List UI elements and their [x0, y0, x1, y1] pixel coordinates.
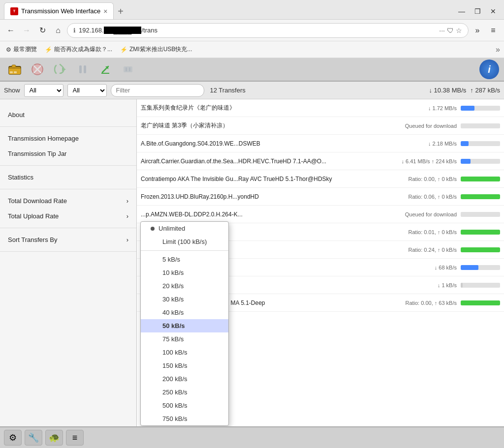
torrent-progress-bar [461, 106, 500, 111]
browser-more-button[interactable]: » [471, 24, 484, 37]
statistics-menu-item[interactable]: Statistics [0, 170, 136, 185]
torrent-progress-bar [461, 141, 500, 146]
homepage-menu-item[interactable]: Transmission Homepage [0, 131, 136, 146]
pause-button[interactable] [73, 60, 93, 78]
new-tab-button[interactable]: + [114, 4, 127, 19]
dropdown-item-label: Unlimited [158, 225, 185, 232]
resume-icon [53, 62, 67, 76]
forward-button[interactable]: → [20, 24, 33, 37]
torrent-bar-fill [461, 300, 500, 305]
tracker-filter-select[interactable]: All [67, 84, 107, 97]
about-menu-item[interactable]: About [0, 107, 136, 122]
dropdown-item-750[interactable]: 750 kB/s [141, 412, 228, 425]
torrent-progress-bar [461, 300, 500, 305]
bookmark-icon-0: ⚙ [6, 46, 11, 53]
window-controls: — ❐ ✕ [455, 5, 500, 19]
rates-section: Total Download Rate › Total Upload Rate … [0, 189, 136, 228]
torrent-status: Ratio: 0.00, ↑ 0 kB/s [409, 176, 461, 182]
minimize-button[interactable]: — [455, 5, 469, 17]
url-bar[interactable]: ℹ 192.168.████/trans ··· 🛡 ☆ [67, 23, 469, 38]
torrent-row[interactable]: Contratiempo AKA The Invisible Gu...Ray … [137, 170, 504, 188]
torrent-bar-fill [461, 177, 500, 181]
url-star-button[interactable]: ☆ [456, 27, 462, 34]
home-button[interactable]: ⌂ [51, 24, 65, 37]
svg-rect-12 [124, 66, 132, 72]
restore-button[interactable]: ❐ [471, 5, 484, 17]
dropdown-item-200[interactable]: 200 kB/s [141, 372, 228, 386]
ul-rate-menu-item[interactable]: Total Upload Rate › [0, 209, 136, 224]
turtle-button[interactable]: 🐢 [45, 430, 63, 446]
show-label: Show [4, 87, 20, 94]
refresh-button[interactable]: ↻ [35, 24, 49, 37]
bookmark-item-2[interactable]: ⚡ ZMI紫米推出USB快充... [118, 44, 194, 55]
tab-close-button[interactable]: × [103, 7, 107, 15]
dropdown-item-label: 20 kB/s [162, 282, 184, 290]
upload-rate: ↑ 287 kB/s [470, 87, 500, 94]
status-filter-select[interactable]: All [24, 84, 63, 97]
torrent-row[interactable]: A.Bite.of.Guangdong.S04.2019.WE...DSWEB↓… [137, 135, 504, 152]
torrent-row[interactable]: ...p.AMZN.WEB-DL.DDP2.0.H.264-K...Queued… [137, 206, 504, 223]
bookmark-label-1: 能否再次成為爆款？... [54, 45, 112, 54]
wrench-button[interactable]: 🔧 [25, 430, 42, 446]
torrent-bar-fill [461, 230, 500, 235]
torrent-row[interactable]: 五集系列美食纪录片《老广的味道》↓ 1.72 MB/s [137, 99, 504, 117]
back-button[interactable]: ← [4, 24, 18, 37]
dropdown-item-label: 100 kB/s [162, 349, 188, 356]
dl-rate-arrow: › [126, 197, 128, 205]
bookmark-item-1[interactable]: ⚡ 能否再次成為爆款？... [43, 44, 114, 55]
move-button[interactable] [95, 60, 115, 78]
transfer-count: 12 Transfers [210, 87, 246, 94]
torrent-progress-bar [461, 194, 500, 199]
resume-button[interactable] [50, 60, 70, 78]
dl-rate-menu-item[interactable]: Total Download Rate › [0, 193, 136, 209]
dropdown-item-label: 40 kB/s [162, 309, 184, 316]
dropdown-item-100[interactable]: 100 kB/s [141, 346, 228, 359]
torrent-status: ↓ 2.18 MB/s [428, 141, 461, 147]
info-button[interactable]: i [479, 60, 499, 79]
torrent-row[interactable]: Frozen.2013.UHD.BluRay.2160p.H...yondHDR… [137, 188, 504, 206]
dropdown-item-20[interactable]: 20 kB/s [141, 279, 228, 293]
torrent-row[interactable]: 老广的味道 第3季（小家清补凉）Queued for download [137, 117, 504, 135]
left-panel: About Transmission Homepage Transmission… [0, 99, 137, 426]
dropdown-item-10[interactable]: 10 kB/s [141, 266, 228, 279]
dropdown-item-40[interactable]: 40 kB/s [141, 306, 228, 319]
tip-jar-menu-item[interactable]: Transmission Tip Jar [0, 146, 136, 161]
url-more-button[interactable]: ··· [439, 27, 445, 34]
sort-menu-item[interactable]: Sort Transfers By › [0, 232, 136, 247]
pause-icon [76, 62, 90, 76]
ul-rate-arrow: › [126, 212, 128, 220]
bookmarks-more-button[interactable]: » [496, 45, 500, 54]
dropdown-item-500[interactable]: 500 kB/s [141, 399, 228, 412]
dropdown-item-5[interactable]: 5 kB/s [141, 253, 228, 266]
browser-menu-button[interactable]: ≡ [486, 24, 500, 37]
torrent-row[interactable]: Aircraft.Carrier.Guardian.of.the.Sea...H… [137, 152, 504, 170]
dropdown-item-unlimited[interactable]: Unlimited [141, 222, 228, 235]
settings-button[interactable]: ⚙ [4, 430, 22, 446]
dropdown-item-150[interactable]: 150 kB/s [141, 359, 228, 372]
speed-dropdown[interactable]: UnlimitedLimit (100 kB/s)5 kB/s10 kB/s20… [140, 221, 229, 426]
rate-info: ↓ 10.38 MB/s ↑ 287 kB/s [429, 87, 500, 94]
torrent-progress-bar [461, 265, 500, 270]
torrent-bar-fill [461, 106, 474, 111]
close-button[interactable]: ✕ [486, 5, 500, 17]
dropdown-item-label: 500 kB/s [162, 402, 188, 409]
torrent-progress-bar [461, 123, 500, 128]
torrent-name: ...p.AMZN.WEB-DL.DDP2.0.H.264-K... [141, 211, 405, 218]
dropdown-item-250[interactable]: 250 kB/s [141, 386, 228, 399]
dropdown-item-50[interactable]: 50 kB/s [141, 319, 228, 332]
layout-button[interactable]: ≡ [66, 430, 84, 446]
open-torrent-button[interactable] [5, 60, 25, 78]
dropdown-item-limit[interactable]: Limit (100 kB/s) [141, 235, 228, 248]
info-icon: i [488, 64, 491, 75]
dropdown-item-75[interactable]: 75 kB/s [141, 332, 228, 346]
filter-input[interactable] [111, 84, 204, 97]
torrent-status: Ratio: 0.06, ↑ 0 kB/s [409, 194, 461, 200]
bookmark-item-0[interactable]: ⚙ 最常瀏覽 [4, 44, 39, 55]
cancel-button[interactable] [28, 60, 47, 78]
url-shield-button[interactable]: 🛡 [447, 27, 454, 34]
active-tab[interactable]: T Transmission Web Interface × [4, 2, 114, 19]
pause2-button[interactable] [118, 60, 138, 78]
dropdown-item-30[interactable]: 30 kB/s [141, 293, 228, 306]
bookmark-icon-2: ⚡ [120, 46, 127, 53]
torrent-name: A.Bite.of.Guangdong.S04.2019.WE...DSWEB [141, 140, 428, 147]
